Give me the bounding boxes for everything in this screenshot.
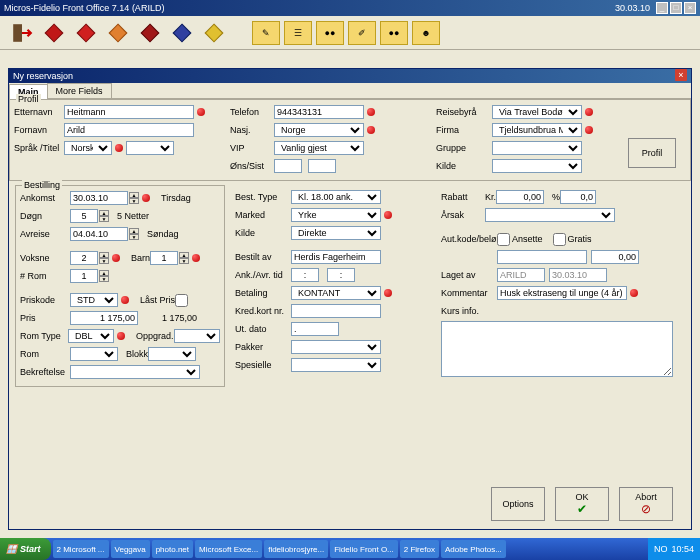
belop-field[interactable] [591, 250, 639, 264]
spin-down[interactable]: ▼ [129, 234, 139, 240]
ansette-checkbox[interactable] [497, 233, 510, 246]
kurs-textarea[interactable] [441, 321, 673, 377]
romcount-field[interactable] [70, 269, 98, 283]
ons-label: Øns/Sist [230, 161, 274, 171]
app-date: 30.03.10 [615, 0, 650, 16]
taskbar-item[interactable]: Veggava [111, 540, 150, 558]
dialog-title: Ny reservasjon [13, 69, 73, 83]
exit-icon[interactable] [8, 19, 36, 47]
pakker-select[interactable] [291, 340, 381, 354]
app-close-button[interactable]: × [684, 2, 696, 14]
marked-select[interactable]: Yrke [291, 208, 381, 222]
ok-button[interactable]: OK✔ [555, 487, 609, 521]
bestilt-label: Bestilt av [235, 252, 291, 262]
diamond-orange-icon[interactable] [104, 19, 132, 47]
bekreft-select[interactable] [70, 365, 200, 379]
svg-marker-3 [109, 24, 127, 42]
avr-field[interactable] [327, 268, 355, 282]
dialog-close-button[interactable]: × [675, 69, 687, 81]
svg-marker-2 [77, 24, 95, 42]
sprak-select[interactable]: Norsk [64, 141, 112, 155]
abort-button[interactable]: Abort⊘ [619, 487, 673, 521]
ank-field[interactable] [291, 268, 319, 282]
titel-select[interactable] [126, 141, 174, 155]
diamond-darkred-icon[interactable] [136, 19, 164, 47]
pris-field[interactable] [70, 311, 138, 325]
bestilt-field[interactable] [291, 250, 381, 264]
blokk-select[interactable] [148, 347, 196, 361]
sist-field[interactable] [308, 159, 336, 173]
ankomst-field[interactable] [70, 191, 128, 205]
required-dot [197, 108, 205, 116]
gruppe-select[interactable] [492, 141, 582, 155]
diamond-red2-icon[interactable] [72, 19, 100, 47]
blokk-label: Blokk [126, 349, 148, 359]
tool-coins-icon[interactable]: ●● [316, 21, 344, 45]
profil-button[interactable]: Profil [628, 138, 676, 168]
etternavn-field[interactable] [64, 105, 194, 119]
spin-down[interactable]: ▼ [179, 258, 189, 264]
system-tray[interactable]: NO 10:54 [648, 538, 700, 560]
taskbar-item[interactable]: 2 Firefox [400, 540, 439, 558]
kredkort-field[interactable] [291, 304, 381, 318]
reisebyra-select[interactable]: Via Travel Bodø [492, 105, 582, 119]
taskbar-item[interactable]: fideliobrosjyre... [264, 540, 328, 558]
nasj-select[interactable]: Norge [274, 123, 364, 137]
gratis-checkbox[interactable] [553, 233, 566, 246]
besttype-select[interactable]: Kl. 18.00 ank. [291, 190, 381, 204]
options-button[interactable]: Options [491, 487, 545, 521]
required-dot [585, 126, 593, 134]
diamond-yellow-icon[interactable] [200, 19, 228, 47]
betaling-select[interactable]: KONTANT [291, 286, 381, 300]
priskode-select[interactable]: STD [70, 293, 118, 307]
barn-field[interactable] [150, 251, 178, 265]
spin-down[interactable]: ▼ [99, 258, 109, 264]
rom-select[interactable] [70, 347, 118, 361]
dogn-field[interactable] [70, 209, 98, 223]
taskbar-item[interactable]: Adobe Photos... [441, 540, 506, 558]
spin-down[interactable]: ▼ [99, 216, 109, 222]
diamond-blue-icon[interactable] [168, 19, 196, 47]
taskbar-item[interactable]: Microsoft Exce... [195, 540, 262, 558]
taskbar-item[interactable]: Fidelio Front O... [330, 540, 398, 558]
arsak-select[interactable] [485, 208, 615, 222]
voksne-label: Voksne [20, 253, 70, 263]
utdato-field[interactable] [291, 322, 339, 336]
ansette-label: Ansette [512, 234, 543, 244]
avreise-field[interactable] [70, 227, 128, 241]
spin-down[interactable]: ▼ [129, 198, 139, 204]
spesielle-select[interactable] [291, 358, 381, 372]
rabatt-pct-field[interactable] [560, 190, 596, 204]
tool-edit-icon[interactable]: ✐ [348, 21, 376, 45]
oppgrad-select[interactable] [174, 329, 220, 343]
maximize-button[interactable]: □ [670, 2, 682, 14]
ons-field[interactable] [274, 159, 302, 173]
telefon-field[interactable] [274, 105, 364, 119]
required-dot [630, 289, 638, 297]
rabatt-kr-field[interactable] [496, 190, 544, 204]
tool-coins2-icon[interactable]: ●● [380, 21, 408, 45]
firma-label: Firma [436, 125, 492, 135]
kommentar-field[interactable] [497, 286, 627, 300]
fornavn-field[interactable] [64, 123, 194, 137]
kilde-select[interactable] [492, 159, 582, 173]
voksne-field[interactable] [70, 251, 98, 265]
lastpris-checkbox[interactable] [175, 294, 188, 307]
taskbar-item[interactable]: photo.net [152, 540, 193, 558]
tool-mask-icon[interactable]: ☻ [412, 21, 440, 45]
tab-more-fields[interactable]: More Fields [47, 83, 112, 98]
firma-select[interactable]: Tjeldsundbrua Maritim [492, 123, 582, 137]
autkode-label: Aut.kode/beløp [441, 234, 497, 244]
autkode-field[interactable] [497, 250, 587, 264]
vip-select[interactable]: Vanlig gjest [274, 141, 364, 155]
diamond-red-icon[interactable] [40, 19, 68, 47]
tool-note-icon[interactable]: ✎ [252, 21, 280, 45]
kilde2-select[interactable]: Direkte [291, 226, 381, 240]
tool-list-icon[interactable]: ☰ [284, 21, 312, 45]
romtype-select[interactable]: DBL [68, 329, 114, 343]
spin-down[interactable]: ▼ [99, 276, 109, 282]
start-button[interactable]: 🪟 Start [0, 538, 51, 560]
taskbar-item[interactable]: 2 Microsoft ... [53, 540, 109, 558]
minimize-button[interactable]: _ [656, 2, 668, 14]
required-dot [112, 254, 120, 262]
